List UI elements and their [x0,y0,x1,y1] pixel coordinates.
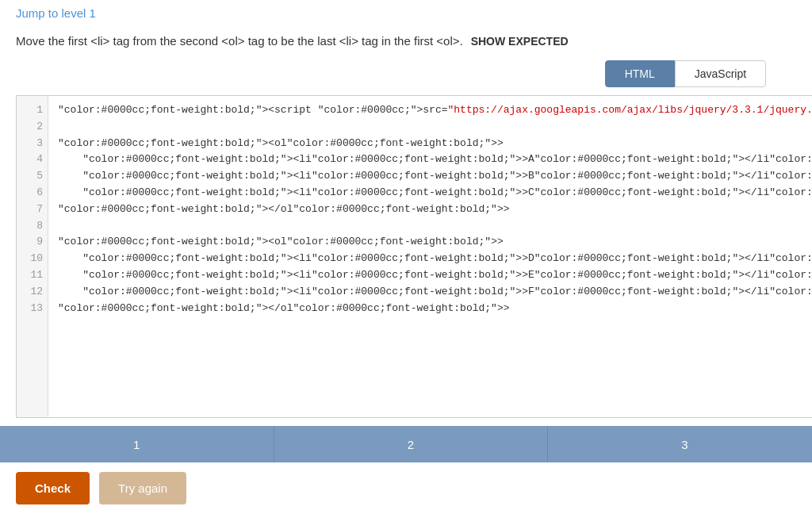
jump-to-level-link[interactable]: Jump to level 1 [0,0,812,26]
button-bar: Check Try again [0,462,812,514]
tab-html[interactable]: HTML [605,60,675,87]
level-item-3[interactable]: 3 [548,426,812,462]
level-bar: 12345 [0,426,812,462]
main-container: Jump to level 1 Move the first <li> tag … [0,0,812,514]
content-area: Jump to level 1 Move the first <li> tag … [0,0,812,514]
level-item-2[interactable]: 2 [274,426,549,462]
instruction-bar: Move the first <li> tag from the second … [0,26,812,60]
level-item-1[interactable]: 1 [0,426,274,462]
instruction-text: Move the first <li> tag from the second … [16,34,463,48]
show-expected-button[interactable]: SHOW EXPECTED [471,35,569,48]
check-button[interactable]: Check [16,472,90,504]
tab-javascript[interactable]: JavaScript [675,60,766,87]
code-editor: 12345678910111213 "color:#0000cc;font-we… [16,95,812,418]
try-again-button[interactable]: Try again [99,472,186,504]
tab-bar: HTML JavaScript [0,60,812,87]
line-numbers: 12345678910111213 [17,96,48,417]
code-content[interactable]: "color:#0000cc;font-weight:bold;"><scrip… [48,96,812,417]
